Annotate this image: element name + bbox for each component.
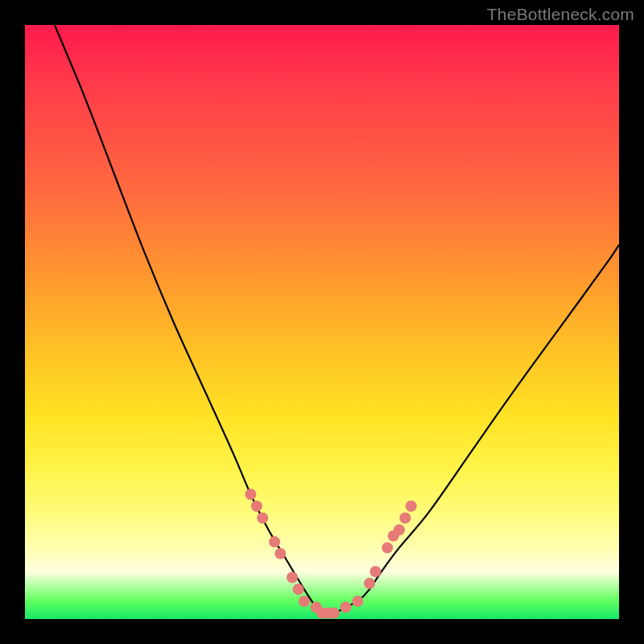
highlight-dot bbox=[287, 572, 298, 583]
highlight-dot bbox=[275, 548, 286, 559]
highlight-dot bbox=[245, 489, 256, 500]
bottleneck-curve-path bbox=[55, 25, 619, 614]
highlight-dot bbox=[406, 501, 417, 512]
highlight-dot bbox=[364, 578, 375, 589]
plot-area bbox=[25, 25, 619, 619]
highlight-dot bbox=[299, 596, 310, 607]
highlight-dot bbox=[293, 584, 304, 595]
highlight-dot bbox=[382, 542, 393, 553]
watermark-text: TheBottleneck.com bbox=[487, 5, 634, 24]
highlight-dot bbox=[394, 524, 405, 535]
bottleneck-curve-svg bbox=[25, 25, 619, 619]
highlight-dot bbox=[251, 501, 262, 512]
highlight-dots-group bbox=[245, 489, 416, 619]
highlight-dot bbox=[341, 601, 352, 613]
highlight-dot bbox=[328, 608, 340, 619]
highlight-dot bbox=[369, 566, 381, 577]
highlight-dot bbox=[257, 513, 268, 524]
highlight-dot bbox=[399, 513, 411, 524]
highlight-dot bbox=[352, 596, 363, 607]
chart-frame: TheBottleneck.com bbox=[0, 0, 644, 644]
highlight-dot bbox=[269, 536, 280, 547]
